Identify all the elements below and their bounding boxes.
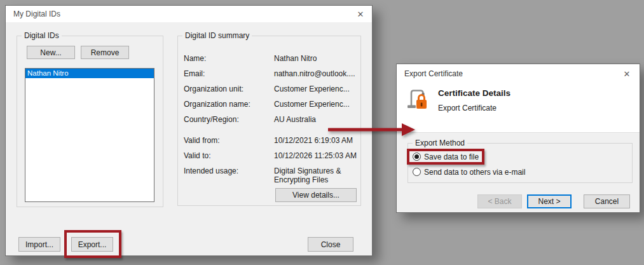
field-value-valid-to: 10/12/2026 11:25:03 AM (274, 151, 357, 160)
field-value-name: Nathan Nitro (274, 54, 317, 63)
back-button[interactable]: < Back (477, 194, 522, 208)
right-dialog-title: Export Certificate (404, 69, 463, 78)
field-label-org-name: Organization name: (184, 100, 250, 109)
export-method-group-label: Export Method (413, 139, 467, 147)
radio-save-data-to-file[interactable]: Save data to file (413, 153, 603, 163)
summary-group-label: Digital ID summary (182, 31, 252, 40)
certificate-lock-icon (406, 87, 429, 111)
next-button[interactable]: Next > (527, 194, 572, 208)
digital-ids-listbox[interactable]: Nathan Nitro (25, 68, 154, 202)
intended-usage-line2: Encrypting Files (274, 175, 341, 184)
radio-send-label[interactable]: Send data to others via e-mail (424, 168, 525, 177)
field-value-org-unit: Customer Experienc... (274, 85, 350, 93)
field-label-email: Email: (184, 69, 205, 78)
remove-button[interactable]: Remove (81, 46, 129, 59)
field-value-email: nathan.nitro@outlook.... (274, 69, 355, 78)
radio-unselected-icon[interactable] (413, 168, 421, 176)
field-value-valid-from: 10/12/2021 6:19:03 AM (274, 136, 353, 145)
radio-send-via-email[interactable]: Send data to others via e-mail (413, 168, 603, 178)
radio-selected-icon[interactable] (413, 153, 421, 161)
export-certificate-subheading: Export Certificate (438, 104, 497, 112)
certificate-details-heading: Certificate Details (438, 88, 510, 98)
import-button[interactable]: Import... (18, 237, 60, 252)
field-label-intended-usage: Intended usage: (184, 166, 238, 175)
my-digital-ids-dialog: My Digital IDs ✕ Digital IDs New... Remo… (5, 5, 373, 256)
radio-save-label[interactable]: Save data to file (424, 153, 479, 161)
cancel-button[interactable]: Cancel (584, 194, 630, 208)
digital-ids-group-label: Digital IDs (22, 31, 62, 40)
close-icon[interactable]: ✕ (622, 69, 632, 79)
field-value-intended-usage: Digital Signatures &Encrypting Files (274, 166, 341, 184)
close-icon[interactable]: ✕ (355, 10, 366, 20)
export-button[interactable]: Export... (71, 237, 113, 252)
view-details-button[interactable]: View details... (275, 188, 357, 202)
left-dialog-title: My Digital IDs (13, 10, 60, 18)
field-label-org-unit: Organization unit: (184, 85, 243, 93)
field-label-valid-to: Valid to: (184, 151, 210, 160)
field-value-country: AU Australia (274, 115, 316, 124)
close-button[interactable]: Close (308, 237, 353, 252)
field-label-country: Country/Region: (184, 115, 239, 124)
field-value-org-name: Customer Experienc... (274, 100, 350, 109)
list-item-nathan-nitro[interactable]: Nathan Nitro (25, 69, 154, 78)
field-label-name: Name: (184, 54, 206, 63)
screenshot-canvas: My Digital IDs ✕ Digital IDs New... Remo… (0, 0, 644, 265)
intended-usage-line1: Digital Signatures & (274, 166, 341, 175)
new-button[interactable]: New... (27, 46, 75, 59)
field-label-valid-from: Valid from: (184, 136, 219, 145)
export-certificate-dialog: Export Certificate ✕ Certificate Details… (396, 64, 640, 213)
left-dialog-titlebar: My Digital IDs ✕ (6, 6, 372, 22)
